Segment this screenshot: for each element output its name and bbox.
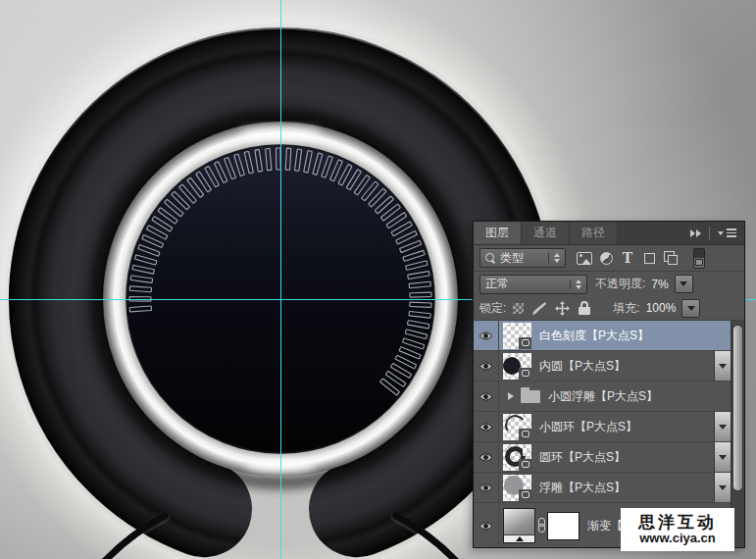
photoshop-workspace: 图层 通道 路径 类型 T 正常: [0, 0, 756, 559]
watermark-url: www.ciya.cn: [639, 532, 716, 546]
tabbar-divider: [709, 227, 710, 239]
blend-mode-value: 正常: [485, 276, 509, 292]
filter-kind-select[interactable]: 类型: [479, 248, 566, 268]
layers-panel: 图层 通道 路径 类型 T 正常: [473, 221, 745, 548]
fill-label: 填充:: [613, 300, 639, 317]
filter-adjustment-layers-icon[interactable]: [595, 248, 617, 268]
tab-layers[interactable]: 图层: [474, 222, 522, 244]
vector-mask-badge-icon: [519, 459, 531, 471]
vector-mask-badge-icon: [519, 489, 531, 501]
filter-kind-label: 类型: [500, 250, 524, 267]
panel-tabbar: 图层 通道 路径: [474, 222, 744, 245]
fill-dropdown-button[interactable]: [681, 299, 700, 318]
filter-row: 类型 T: [474, 245, 744, 272]
fx-collapse-chevron-icon[interactable]: [714, 442, 731, 472]
scrollbar-thumb[interactable]: [732, 325, 743, 491]
opacity-dropdown-button[interactable]: [675, 275, 693, 293]
layer-row-2[interactable]: 小圆浮雕【P大点S】: [474, 381, 731, 412]
layer-row-4[interactable]: 圆环【P大点S】fx: [474, 442, 731, 473]
fx-collapse-chevron-icon[interactable]: [714, 351, 731, 381]
lock-paint-icon[interactable]: [532, 302, 546, 315]
group-folder-icon: [521, 390, 540, 403]
stepper-icon: [570, 280, 581, 289]
lock-transparency-icon[interactable]: [513, 303, 524, 314]
layer-name: 小圆环【P大点S】: [539, 419, 714, 435]
tabbar-spacer: [618, 222, 686, 244]
visibility-eye-icon[interactable]: [474, 412, 499, 441]
layer-row-3[interactable]: 小圆环【P大点S】fx: [474, 412, 731, 442]
stepper-icon: [548, 253, 560, 263]
filter-pixel-layers-icon[interactable]: [574, 248, 595, 268]
visibility-eye-icon[interactable]: [474, 321, 499, 350]
visibility-eye-icon[interactable]: [474, 442, 499, 472]
layer-row-0[interactable]: 白色刻度【P大点S】: [474, 321, 731, 351]
layer-row-5[interactable]: 浮雕【P大点S】fx: [474, 473, 731, 503]
layer-thumbnail[interactable]: [503, 414, 531, 440]
filter-smart-objects-icon[interactable]: [660, 248, 681, 268]
fx-collapse-chevron-icon[interactable]: [714, 412, 731, 441]
lock-row: 锁定: 填充: 100%: [474, 296, 744, 321]
layer-thumbnail[interactable]: [503, 353, 531, 380]
tab-paths[interactable]: 路径: [570, 222, 618, 244]
layer-name: 圆环【P大点S】: [539, 449, 714, 466]
link-mask-icon[interactable]: [536, 518, 546, 534]
watermark: 思洋互动 www.ciya.cn: [621, 508, 734, 551]
visibility-eye-icon[interactable]: [474, 351, 499, 381]
layer-name: 浮雕【P大点S】: [539, 480, 714, 496]
vector-mask-badge-icon: [519, 429, 531, 440]
fx-collapse-chevron-icon[interactable]: [714, 473, 731, 502]
opacity-label: 不透明度:: [595, 276, 645, 292]
lock-all-icon[interactable]: [579, 301, 590, 315]
layer-mask-thumbnail[interactable]: [547, 512, 580, 540]
vector-mask-badge-icon: [519, 337, 531, 349]
blend-mode-select[interactable]: 正常: [479, 275, 587, 294]
watermark-title: 思洋互动: [638, 513, 717, 533]
gradient-fill-thumbnail[interactable]: [503, 508, 535, 543]
opacity-value[interactable]: 7%: [651, 278, 668, 291]
panel-menu-icon[interactable]: [714, 222, 744, 244]
collapse-to-icons-icon[interactable]: [686, 222, 705, 244]
lock-position-icon[interactable]: [555, 301, 570, 316]
layer-name: 内圆【P大点S】: [539, 358, 714, 375]
layer-thumbnail[interactable]: [503, 444, 531, 471]
layer-row-1[interactable]: 内圆【P大点S】fx: [474, 351, 731, 381]
blend-row: 正常 不透明度: 7%: [474, 272, 744, 296]
visibility-eye-icon[interactable]: [474, 503, 499, 547]
tab-channels[interactable]: 通道: [522, 222, 570, 244]
fill-value[interactable]: 100%: [646, 301, 677, 315]
visibility-eye-icon[interactable]: [474, 381, 499, 411]
filter-toggle-switch[interactable]: [693, 248, 705, 269]
layer-name: 小圆浮雕【P大点S】: [548, 388, 731, 405]
filter-shape-layers-icon[interactable]: [638, 248, 660, 268]
layer-name: 白色刻度【P大点S】: [539, 328, 731, 344]
lock-label: 锁定:: [479, 300, 506, 317]
filter-type-layers-icon[interactable]: T: [617, 248, 638, 268]
layer-thumbnail[interactable]: [503, 323, 531, 349]
vector-mask-badge-icon: [519, 368, 531, 380]
search-icon: [485, 253, 496, 264]
group-expand-triangle-icon[interactable]: [508, 392, 514, 400]
visibility-eye-icon[interactable]: [474, 473, 499, 502]
layer-thumbnail[interactable]: [503, 475, 531, 501]
